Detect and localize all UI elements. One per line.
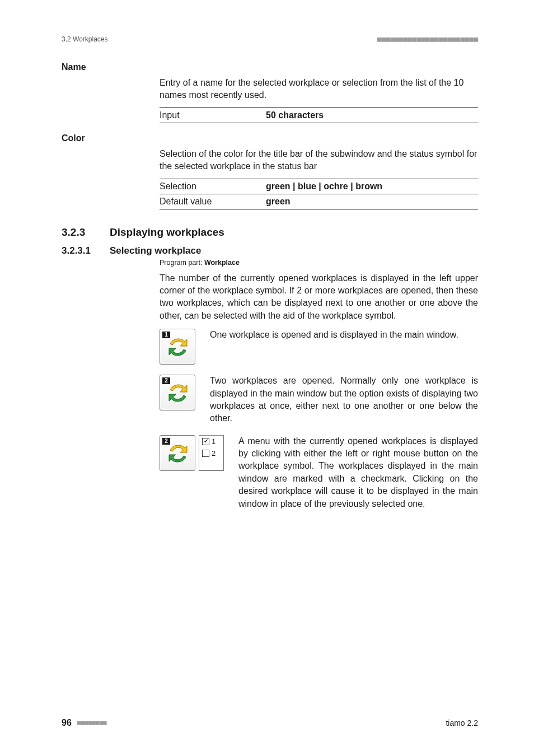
table-row: Default value green: [160, 194, 478, 209]
color-selection-label: Selection: [160, 179, 266, 194]
item1-text: One workplace is opened and is displayed…: [210, 329, 478, 341]
heading-3-2-3-1-title: Selecting workplace: [110, 245, 201, 256]
program-part-label: Program part:: [160, 259, 204, 267]
heading-3-2-3-num: 3.2.3: [62, 226, 110, 239]
table-row: Selection green | blue | ochre | brown: [160, 179, 478, 194]
menu-item-label: 2: [212, 449, 216, 458]
name-input-label: Input: [160, 108, 266, 123]
heading-3-2-3-title: Displaying workplaces: [110, 226, 224, 239]
heading-3-2-3: 3.2.3 Displaying workplaces: [62, 226, 478, 239]
workplace-item-1: 1 One workplace is opened and is display…: [160, 329, 478, 365]
table-row: Input 50 characters: [160, 108, 478, 123]
intro-para: The number of the currently opened workp…: [160, 272, 478, 323]
heading-3-2-3-1-num: 3.2.3.1: [62, 245, 110, 256]
name-desc: Entry of a name for the selected workpla…: [160, 77, 478, 102]
running-header: 3.2 Workplaces ■■■■■■■■■■■■■■■■■■■■■■■: [62, 35, 478, 43]
footer-left: 96 ■■■■■■■■: [62, 718, 107, 728]
workplace-icon: 1: [160, 329, 195, 365]
footer-product: tiamo 2.2: [446, 718, 478, 727]
header-section: 3.2 Workplaces: [62, 35, 107, 43]
workplace-item-2: 2 Two workplaces are opened. Normally on…: [160, 375, 478, 425]
heading-name: Name: [62, 62, 478, 72]
name-table: Input 50 characters: [160, 108, 478, 123]
checkbox-checked-icon: ✔: [202, 438, 209, 445]
workplace-icon: 2: [160, 375, 195, 410]
program-part: Program part: Workplace: [160, 259, 478, 267]
item2-text: Two workplaces are opened. Normally only…: [210, 375, 478, 425]
color-default-value: green: [266, 197, 291, 206]
program-part-value: Workplace: [204, 259, 240, 267]
workplace-menu-item-1[interactable]: ✔ 1: [199, 436, 223, 447]
color-table: Selection green | blue | ochre | brown D…: [160, 179, 478, 209]
workplace-menu: ✔ 1 2: [199, 435, 224, 471]
workplace-icon-with-menu: 2 ✔ 1 2: [160, 435, 224, 471]
color-selection-value: green | blue | ochre | brown: [266, 181, 382, 191]
page-footer: 96 ■■■■■■■■ tiamo 2.2: [62, 718, 478, 728]
heading-color: Color: [62, 133, 478, 143]
recycle-arrows-icon: [165, 380, 191, 407]
recycle-arrows-icon: [165, 334, 191, 361]
name-input-value: 50 characters: [266, 110, 324, 120]
color-default-label: Default value: [160, 194, 266, 209]
menu-item-label: 1: [212, 437, 216, 446]
checkbox-unchecked-icon: [202, 450, 209, 457]
workplace-menu-item-2[interactable]: 2: [199, 447, 223, 459]
workplace-icon: 2: [160, 435, 195, 471]
page-number: 96: [62, 718, 72, 727]
header-dots: ■■■■■■■■■■■■■■■■■■■■■■■: [377, 35, 478, 43]
item3-text: A menu with the currently opened workpla…: [238, 435, 478, 510]
recycle-arrows-icon: [165, 440, 191, 467]
footer-dots: ■■■■■■■■: [77, 719, 107, 726]
heading-3-2-3-1: 3.2.3.1 Selecting workplace: [62, 245, 478, 256]
color-desc: Selection of the color for the title bar…: [160, 148, 478, 173]
workplace-item-3: 2 ✔ 1 2 A menu with: [160, 435, 478, 510]
